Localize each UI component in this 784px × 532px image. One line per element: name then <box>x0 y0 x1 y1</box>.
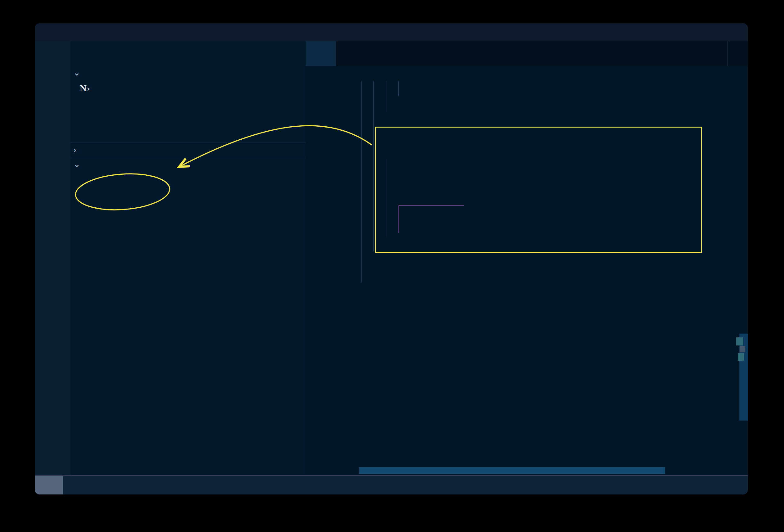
status-bar <box>35 475 748 495</box>
editor-group <box>306 41 748 475</box>
activity-bar <box>35 41 71 475</box>
nx-logo-icon: N≥ <box>80 83 90 93</box>
indent-guide <box>361 81 362 282</box>
overview-ruler-mark <box>736 337 743 345</box>
chevron-down-icon: ⌄ <box>74 68 80 77</box>
chevron-down-icon: ⌄ <box>74 160 80 169</box>
tab-project-json[interactable] <box>306 41 336 66</box>
remote-indicator[interactable] <box>35 476 63 495</box>
code-editor[interactable] <box>306 81 748 475</box>
editor-actions <box>728 41 748 66</box>
section-common-nx-commands[interactable]: › <box>71 142 306 157</box>
close-window-button[interactable] <box>41 29 49 36</box>
indent-guide <box>373 81 374 251</box>
indent-guide <box>398 81 399 96</box>
annotation-highlight-box <box>375 127 702 253</box>
section-projects[interactable]: ⌄ <box>71 157 306 171</box>
breadcrumb <box>306 66 748 81</box>
overview-ruler-mark <box>739 346 745 352</box>
chevron-right-icon: › <box>74 146 76 155</box>
vscode-window: ⌄ N≥ › ⌄ <box>35 23 748 495</box>
traffic-lights <box>41 29 72 36</box>
overview-ruler-mark <box>738 353 744 361</box>
zoom-window-button[interactable] <box>64 29 72 36</box>
nx-console-sidebar: ⌄ N≥ › ⌄ <box>71 41 306 475</box>
title-bar <box>35 23 748 41</box>
tab-strip <box>306 41 748 66</box>
sidebar-item-change-workspace[interactable]: N≥ <box>71 80 306 96</box>
indent-guide <box>386 81 386 112</box>
minimize-window-button[interactable] <box>53 29 60 36</box>
section-generate-run-target[interactable]: ⌄ <box>71 65 306 80</box>
horizontal-scrollbar[interactable] <box>359 467 665 474</box>
